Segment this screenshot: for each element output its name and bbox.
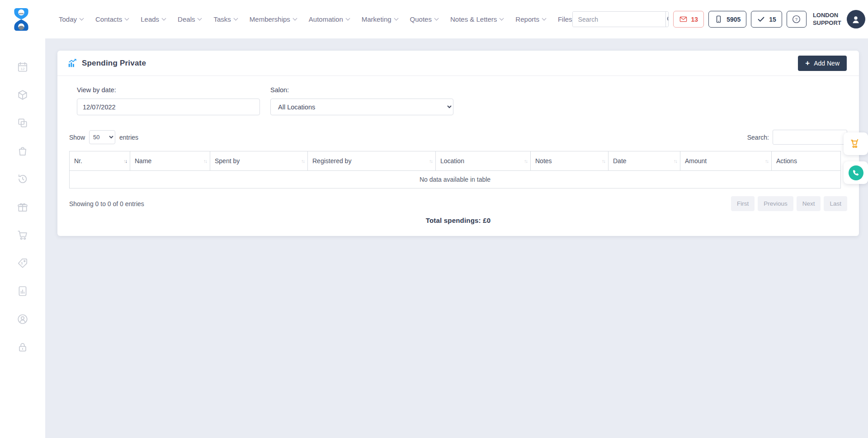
nav-item-contacts[interactable]: Contacts <box>95 15 128 23</box>
chevron-down-icon <box>162 16 166 21</box>
app-logo[interactable] <box>11 7 32 32</box>
nav-item-quotes[interactable]: Quotes <box>410 15 438 23</box>
floating-cart-button[interactable] <box>844 132 868 155</box>
nav-label: Marketing <box>362 15 392 23</box>
sort-icon: ↑↓ <box>765 158 768 164</box>
global-search <box>572 11 669 27</box>
chevron-down-icon <box>394 16 398 21</box>
pagination-previous-button[interactable]: Previous <box>758 196 793 211</box>
column-header-actions: Actions <box>772 151 841 171</box>
history-icon[interactable] <box>17 173 28 185</box>
nav-label: Deals <box>178 15 195 23</box>
pagination-last-button[interactable]: Last <box>824 196 847 211</box>
nav-label: Notes & Letters <box>450 15 497 23</box>
question-icon: ? <box>792 14 801 24</box>
pagination-first-button[interactable]: First <box>731 196 755 211</box>
user-avatar[interactable] <box>847 10 865 28</box>
nav-label: Tasks <box>213 15 231 23</box>
nav-label: Files <box>558 15 572 23</box>
envelope-icon <box>679 15 688 24</box>
nav-label: Memberships <box>250 15 290 23</box>
left-sidebar: 12 $ <box>0 38 45 438</box>
phone-icon <box>852 169 860 177</box>
nav-item-memberships[interactable]: Memberships <box>250 15 297 23</box>
add-new-button[interactable]: + Add New <box>798 56 847 71</box>
column-header-date[interactable]: Date↑↓ <box>609 151 680 171</box>
chevron-down-icon <box>345 16 350 21</box>
column-header-nr[interactable]: Nr.↑↓ <box>70 151 130 171</box>
phone-circle <box>849 165 863 180</box>
user-name: LONDON SUPPORT <box>813 12 841 27</box>
lock-icon[interactable] <box>17 341 28 353</box>
bag-icon[interactable] <box>17 145 28 157</box>
spending-private-panel: Spending Private + Add New View by date:… <box>57 51 859 236</box>
sort-icon: ↑↓ <box>524 158 527 164</box>
date-filter-input[interactable] <box>77 99 260 115</box>
sort-icon: ↑↓ <box>674 158 677 164</box>
messages-badge[interactable]: 13 <box>673 11 704 28</box>
total-spendings-text: Total spendings: £0 <box>57 211 859 236</box>
copy-icon[interactable] <box>17 117 28 129</box>
nav-item-notes-letters[interactable]: Notes & Letters <box>450 15 503 23</box>
empty-row: No data available in table <box>70 171 841 188</box>
cart-icon[interactable] <box>17 229 28 241</box>
salon-filter-label: Salon: <box>270 86 453 94</box>
nav-item-today[interactable]: Today <box>59 15 83 23</box>
user-name-line2: SUPPORT <box>813 19 841 27</box>
column-header-registered-by[interactable]: Registered by↑↓ <box>308 151 436 171</box>
svg-text:12: 12 <box>20 67 25 71</box>
nav-label: Automation <box>309 15 343 23</box>
chevron-down-icon <box>542 16 546 21</box>
salon-filter-field: Salon: All Locations <box>270 86 453 115</box>
column-header-location[interactable]: Location↑↓ <box>436 151 531 171</box>
person-icon <box>851 14 861 24</box>
sort-icon: ↑↓ <box>602 158 605 164</box>
main-navigation: Today Contacts Leads Deals Tasks Members… <box>59 15 572 23</box>
user-circle-icon[interactable] <box>17 313 28 325</box>
table-search-input[interactable] <box>773 130 847 145</box>
calls-badge[interactable]: 5905 <box>708 11 746 28</box>
floating-phone-button[interactable] <box>844 161 868 184</box>
nav-item-tasks[interactable]: Tasks <box>213 15 237 23</box>
table-header-row: Nr.↑↓ Name↑↓ Spent by↑↓ Registered by↑↓ … <box>70 151 841 171</box>
show-label: Show <box>69 134 85 141</box>
gift-icon[interactable] <box>17 201 28 213</box>
plus-icon: + <box>805 59 810 67</box>
column-header-notes[interactable]: Notes↑↓ <box>531 151 609 171</box>
mobile-phone-icon <box>714 15 723 24</box>
panel-header: Spending Private + Add New <box>57 51 859 76</box>
global-search-input[interactable] <box>573 12 665 27</box>
salon-filter-select[interactable]: All Locations <box>270 99 453 115</box>
nav-item-reports[interactable]: Reports <box>515 15 546 23</box>
nav-item-files[interactable]: Files <box>558 15 572 23</box>
nav-item-automation[interactable]: Automation <box>309 15 349 23</box>
nav-label: Leads <box>141 15 159 23</box>
column-header-spent-by[interactable]: Spent by↑↓ <box>210 151 308 171</box>
nav-label: Reports <box>515 15 539 23</box>
nav-item-deals[interactable]: Deals <box>178 15 201 23</box>
tasks-badge[interactable]: 15 <box>751 11 782 28</box>
nav-label: Today <box>59 15 77 23</box>
help-button[interactable]: ? <box>787 11 807 28</box>
search-submit-button[interactable] <box>665 12 669 27</box>
column-header-amount[interactable]: Amount↑↓ <box>680 151 772 171</box>
chart-increase-icon <box>67 58 77 68</box>
sort-icon: ↑↓ <box>429 158 432 164</box>
nav-item-leads[interactable]: Leads <box>141 15 165 23</box>
report-document-icon[interactable] <box>17 285 28 297</box>
nav-item-marketing[interactable]: Marketing <box>362 15 398 23</box>
calendar-12-icon[interactable]: 12 <box>17 61 28 73</box>
sort-icon: ↑↓ <box>123 158 127 164</box>
chevron-down-icon <box>233 16 238 21</box>
page-size-select[interactable]: 50 <box>89 130 115 144</box>
nav-label: Quotes <box>410 15 432 23</box>
checkmark-icon <box>757 15 765 24</box>
empty-message: No data available in table <box>70 171 841 188</box>
pagination-next-button[interactable]: Next <box>797 196 821 211</box>
top-header: Today Contacts Leads Deals Tasks Members… <box>0 0 868 38</box>
price-tag-icon[interactable]: $ <box>17 257 28 269</box>
column-header-name[interactable]: Name↑↓ <box>130 151 210 171</box>
date-filter-label: View by date: <box>77 86 260 94</box>
cube-icon[interactable] <box>17 89 28 101</box>
chevron-down-icon <box>292 16 297 21</box>
